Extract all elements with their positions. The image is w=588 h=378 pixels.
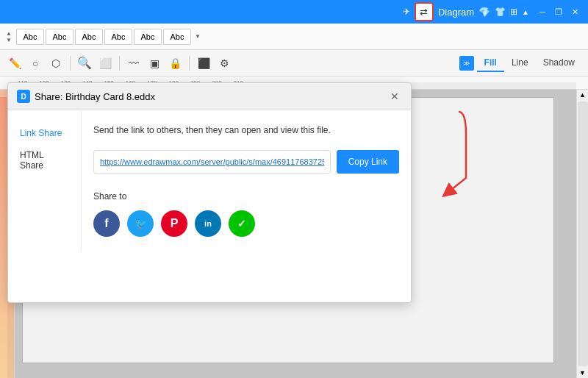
dialog-body: Link Share HTML Share Send the link to o…	[8, 110, 411, 252]
titlebar: ✈ ⇄ Diagram 💎 👕 ⊞ ▲ ─ ❐ ✕	[0, 0, 588, 24]
style-item-2[interactable]: Abc	[46, 29, 74, 45]
dialog-title-text: Share: Birthday Card 8.eddx	[35, 91, 155, 102]
dialog-description: Send the link to others, then they can o…	[93, 125, 399, 135]
pinterest-share-button[interactable]: P	[161, 210, 187, 237]
dialog-header: D Share: Birthday Card 8.eddx ✕	[8, 83, 411, 110]
send-icon: ✈	[403, 7, 410, 17]
link-row: Copy Link	[93, 150, 399, 174]
facebook-share-button[interactable]: f	[93, 210, 120, 237]
gem-icon: 💎	[478, 7, 490, 18]
minimize-button[interactable]: ─	[535, 4, 550, 19]
nav-html-share[interactable]: HTML Share	[8, 144, 81, 176]
close-button[interactable]: ✕	[567, 4, 582, 19]
line-tool[interactable]: 〰	[125, 54, 143, 72]
tools-toolbar: ✏️ ○ ⬡ 🔍 ⬜ 〰 ▣ 🔒 ⬛ ⚙ ≫ Fill Line Shadow	[0, 50, 588, 76]
style-item-6[interactable]: Abc	[163, 29, 191, 45]
style-dropdown-button[interactable]: ▼	[193, 25, 203, 49]
scroll-thumb[interactable]	[578, 101, 588, 366]
separator-3	[189, 56, 190, 71]
style-item-5[interactable]: Abc	[134, 29, 162, 45]
modal-overlay: D Share: Birthday Card 8.eddx ✕ Link Sha…	[7, 82, 576, 378]
frame-tool[interactable]: ⬜	[96, 54, 114, 72]
link-url-input[interactable]	[93, 150, 331, 174]
brush-tool[interactable]: ✏️	[6, 54, 24, 72]
style-item-3[interactable]: Abc	[75, 29, 103, 45]
vertical-scrollbar[interactable]: ▲ ▼	[576, 90, 588, 378]
scroll-up-button[interactable]: ▲	[578, 90, 588, 100]
pinterest-icon: P	[171, 217, 179, 230]
social-icons-row: f 🐦 P in ✓	[93, 210, 399, 237]
separator-1	[70, 56, 71, 71]
twitter-icon: 🐦	[135, 218, 147, 229]
line-share-button[interactable]: ✓	[229, 210, 255, 237]
dialog-title: D Share: Birthday Card 8.eddx	[17, 90, 155, 103]
share-icon-button[interactable]: ⇄	[415, 2, 434, 21]
zoom-tool[interactable]: 🔍	[76, 54, 93, 72]
twitter-share-button[interactable]: 🐦	[127, 210, 154, 237]
expand-panel-button[interactable]: ≫	[459, 56, 474, 71]
dialog-content-area: Send the link to others, then they can o…	[82, 110, 411, 252]
nav-link-share[interactable]: Link Share	[8, 122, 81, 144]
canvas-area[interactable]: D Share: Birthday Card 8.eddx ✕ Link Sha…	[15, 90, 576, 378]
share-to-label: Share to	[93, 191, 399, 202]
styles-toolbar: ▲ ▼ Abc Abc Abc Abc Abc Abc ▼	[0, 24, 588, 50]
scroll-down-button[interactable]: ▼	[578, 368, 588, 378]
crop-tool-2[interactable]: ⬛	[195, 54, 212, 72]
tab-line[interactable]: Line	[504, 54, 536, 72]
crop-tool[interactable]: ⬡	[47, 54, 65, 72]
share-dialog: D Share: Birthday Card 8.eddx ✕ Link Sha…	[7, 82, 412, 303]
separator-2	[119, 56, 120, 71]
style-item-4[interactable]: Abc	[104, 29, 132, 45]
restore-button[interactable]: ❐	[551, 4, 566, 19]
connect-tool[interactable]: ⚙	[215, 54, 233, 72]
chevron-up-icon: ▲	[522, 8, 529, 16]
dialog-close-button[interactable]: ✕	[387, 89, 402, 104]
lock-tool[interactable]: 🔒	[166, 54, 184, 72]
linkedin-share-button[interactable]: in	[195, 210, 221, 237]
tab-shadow[interactable]: Shadow	[536, 54, 582, 72]
linkedin-icon: in	[204, 219, 212, 228]
fill-tool[interactable]: ▣	[146, 54, 163, 72]
line-icon: ✓	[237, 218, 246, 229]
facebook-icon: f	[104, 217, 108, 230]
style-item-1[interactable]: Abc	[16, 29, 44, 45]
diagram-label: Diagram	[438, 7, 474, 18]
scroll-up-button[interactable]: ▲ ▼	[3, 25, 15, 49]
tab-fill[interactable]: Fill	[477, 54, 504, 72]
shirt-icon: 👕	[495, 7, 506, 17]
shape-tool[interactable]: ○	[26, 54, 44, 72]
dialog-nav: Link Share HTML Share	[8, 110, 82, 252]
copy-link-button[interactable]: Copy Link	[337, 150, 399, 174]
grid-icon: ⊞	[510, 7, 517, 17]
edraw-logo: D	[17, 90, 30, 103]
main-area: D Share: Birthday Card 8.eddx ✕ Link Sha…	[0, 90, 588, 378]
